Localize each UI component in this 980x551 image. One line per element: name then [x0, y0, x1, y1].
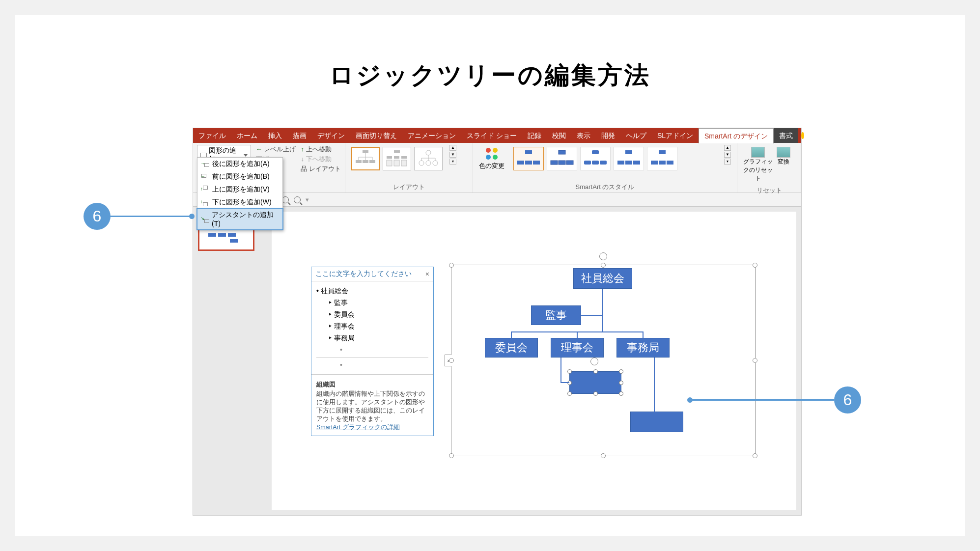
- tab-insert[interactable]: 挿入: [263, 128, 287, 143]
- layout-thumb-1[interactable]: [351, 147, 380, 170]
- resize-handle[interactable]: [593, 391, 598, 396]
- svg-rect-29: [559, 150, 565, 154]
- style-thumb-4[interactable]: [614, 147, 644, 170]
- menu-add-after[interactable]: →後に図形を追加(A): [197, 158, 282, 170]
- zoom-out-icon[interactable]: [294, 196, 301, 203]
- text-pane-list[interactable]: 社員総会 監事 委員会 理事会 事務局: [311, 281, 433, 372]
- callout-line-right: [688, 399, 834, 401]
- tab-review[interactable]: 校閲: [547, 128, 571, 143]
- connector: [581, 315, 603, 316]
- list-item[interactable]: 委員会: [316, 309, 428, 321]
- smartart-container[interactable]: › 社員総会 監事: [451, 265, 756, 456]
- org-node-extra[interactable]: [630, 412, 683, 432]
- slide-canvas[interactable]: ここに文字を入力してください × 社員総会 監事 委員会 理事会 事務局: [272, 212, 796, 510]
- tab-transitions[interactable]: 画面切り替え: [350, 128, 402, 143]
- layout-thumb-2[interactable]: [383, 147, 411, 170]
- layout-gallery-more[interactable]: ▲▼▾: [449, 145, 458, 165]
- list-item[interactable]: [316, 344, 428, 355]
- rotate-handle-icon[interactable]: [590, 358, 598, 365]
- org-node-child-1[interactable]: 委員会: [485, 338, 538, 358]
- org-node-root[interactable]: 社員総会: [573, 268, 632, 289]
- resize-handle[interactable]: [567, 369, 572, 374]
- svg-rect-1: [356, 160, 362, 163]
- svg-rect-11: [394, 156, 399, 159]
- menu-add-above[interactable]: ↑上に図形を追加(V): [197, 183, 282, 196]
- menu-add-before[interactable]: ←前に図形を追加(B): [197, 170, 282, 183]
- tab-help[interactable]: ヘルプ: [620, 128, 652, 143]
- svg-rect-39: [625, 161, 632, 165]
- resize-handle[interactable]: [567, 391, 572, 396]
- document-frame: ロジックツリーの編集方法 ファイル ホーム 挿入 描画 デザイン 画面切り替え …: [15, 15, 965, 536]
- svg-rect-14: [394, 160, 399, 166]
- tab-sladdin[interactable]: SLアドイン: [652, 128, 699, 143]
- slide-thumbnail-panel: [193, 207, 267, 515]
- smartart-more-link[interactable]: SmartArt グラフィックの詳細: [316, 423, 428, 432]
- style-thumb-2[interactable]: [547, 147, 577, 170]
- menu-add-assistant[interactable]: ↘アシスタントの追加(T): [196, 208, 283, 230]
- list-item[interactable]: 社員総会: [316, 285, 428, 297]
- svg-rect-40: [633, 161, 640, 165]
- resize-handle[interactable]: [593, 369, 598, 374]
- tab-developer[interactable]: 開発: [596, 128, 620, 143]
- list-item[interactable]: 監事: [316, 297, 428, 309]
- org-node-selected[interactable]: [569, 371, 621, 394]
- callout-badge-right: 6: [834, 386, 861, 413]
- tab-home[interactable]: ホーム: [231, 128, 263, 143]
- tab-design[interactable]: デザイン: [312, 128, 350, 143]
- color-swatch-icon: [485, 147, 499, 161]
- svg-rect-50: [230, 239, 238, 243]
- tell-me[interactable]: 操作アシ: [801, 118, 817, 153]
- resize-handle[interactable]: [619, 369, 623, 374]
- tab-slideshow[interactable]: スライド ショー: [461, 128, 522, 143]
- convert-button[interactable]: 変換: [777, 147, 790, 183]
- svg-rect-36: [600, 161, 607, 165]
- list-item[interactable]: [316, 359, 428, 370]
- move-up-button[interactable]: 上へ移動: [301, 145, 341, 154]
- style-thumb-1[interactable]: [513, 147, 544, 170]
- list-item[interactable]: 理事会: [316, 321, 428, 332]
- connector: [560, 358, 561, 382]
- ribbon-group-styles: 色の変更 ▲▼▾ SmartArt のスタイル: [473, 143, 737, 193]
- svg-rect-26: [517, 161, 524, 165]
- ribbon-group-reset: グラフィックのリセット 変換 リセット: [737, 143, 801, 193]
- org-node-child-3[interactable]: 事務局: [616, 338, 670, 358]
- menu-add-below[interactable]: ↓下に図形を追加(W): [197, 196, 282, 209]
- change-colors-button[interactable]: 色の変更: [477, 145, 506, 172]
- layout-dropdown[interactable]: レイアウト: [301, 165, 341, 173]
- reset-label: リセット: [741, 185, 797, 195]
- ribbon-group-create: 図形の追加 →後に図形を追加(A) ←前に図形を追加(B) ↑上に図形を追加(V…: [193, 143, 345, 193]
- text-pane-title: ここに文字を入力してください: [315, 270, 412, 278]
- svg-rect-41: [659, 150, 666, 154]
- smartart-text-pane: ここに文字を入力してください × 社員総会 監事 委員会 理事会 事務局: [311, 267, 434, 436]
- org-node-child-2[interactable]: 理事会: [551, 338, 604, 358]
- svg-rect-32: [566, 161, 573, 165]
- style-thumb-3[interactable]: [580, 147, 611, 170]
- resize-handle[interactable]: [619, 381, 623, 385]
- close-icon[interactable]: ×: [425, 270, 429, 278]
- tab-animations[interactable]: アニメーション: [402, 128, 461, 143]
- svg-rect-12: [401, 156, 407, 159]
- svg-rect-13: [387, 160, 392, 166]
- tab-file[interactable]: ファイル: [193, 128, 231, 143]
- rotate-handle-icon[interactable]: [599, 252, 607, 260]
- move-down-button[interactable]: 下へ移動: [301, 155, 341, 164]
- org-node-assistant[interactable]: 監事: [531, 305, 581, 325]
- layout-thumb-3[interactable]: [414, 147, 443, 170]
- tab-smartart-design[interactable]: SmartArt のデザイン: [699, 128, 774, 143]
- add-before-icon: ←: [201, 174, 209, 180]
- reset-graphic-button[interactable]: グラフィックのリセット: [743, 147, 773, 183]
- tab-draw[interactable]: 描画: [287, 128, 312, 143]
- style-thumb-5[interactable]: [647, 147, 677, 170]
- list-item[interactable]: 事務局: [316, 332, 428, 344]
- style-gallery-more[interactable]: ▲▼▾: [724, 145, 733, 165]
- tab-view[interactable]: 表示: [571, 128, 596, 143]
- svg-rect-27: [525, 161, 532, 165]
- caret-down-icon: [244, 154, 248, 157]
- tab-format[interactable]: 書式: [774, 128, 798, 143]
- svg-rect-37: [625, 150, 632, 154]
- tab-record[interactable]: 記録: [522, 128, 547, 143]
- desc-title: 組織図: [316, 381, 428, 389]
- connector: [654, 358, 655, 421]
- level-up-button[interactable]: レベル上げ: [256, 145, 296, 154]
- resize-handle[interactable]: [619, 391, 623, 396]
